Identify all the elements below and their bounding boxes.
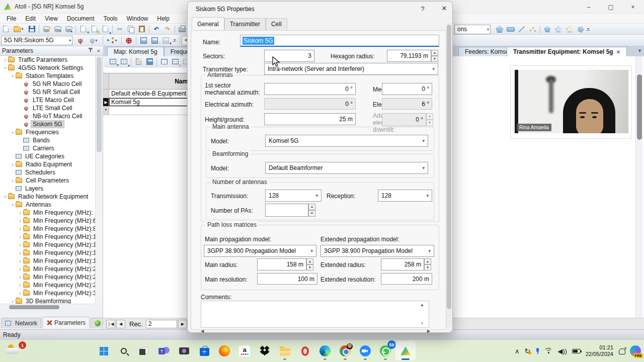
import-settings-icon[interactable]: ⚙ [89, 25, 99, 34]
battery-icon[interactable] [572, 349, 581, 353]
tree-item[interactable]: Min Frequency (MHz):2.010 [0, 265, 95, 273]
tree-vertical-scrollbar[interactable] [96, 56, 103, 304]
record-number-input[interactable]: 2 [146, 320, 177, 328]
ext-radius-input[interactable]: 258 m [381, 258, 424, 270]
copy-icon[interactable] [126, 25, 136, 34]
tree-expander[interactable] [17, 258, 23, 264]
comments-scroll-arrows[interactable]: ▲▼ [420, 303, 424, 326]
table-import-icon[interactable]: ▾ [108, 57, 118, 66]
copilot-icon[interactable]: PRE [630, 345, 641, 356]
tree-item[interactable]: Station Templates [0, 72, 95, 80]
microphone-icon[interactable] [535, 348, 539, 354]
undo-icon[interactable]: ↶ [151, 25, 162, 34]
draw-points-icon[interactable] [528, 25, 538, 34]
menu-item[interactable]: View [40, 14, 62, 23]
mech-downtilt-input[interactable]: 0 ° [382, 83, 432, 95]
menu-item[interactable]: Document [62, 14, 99, 23]
azimuth-input[interactable]: 0 ° [264, 83, 356, 95]
calculate-icon[interactable] [138, 36, 148, 45]
print-icon[interactable] [177, 25, 187, 34]
pas-input[interactable] [265, 204, 308, 217]
dock-tab-network[interactable]: Network [1, 318, 41, 328]
tree-expander[interactable] [10, 202, 16, 208]
stop-calculation-icon[interactable]: ▾ [160, 36, 171, 45]
menu-item[interactable]: Window [122, 14, 153, 23]
maximize-button[interactable]: ▢ [600, 0, 622, 14]
tree-item[interactable]: Min Frequency (MHz):3.500 [0, 289, 95, 297]
tree-item[interactable]: Min Frequency (MHz):1.880 [0, 249, 95, 257]
tree-expander[interactable] [10, 129, 16, 135]
ext-resolution-input[interactable]: 200 m [381, 273, 432, 285]
file-explorer-icon[interactable] [275, 341, 295, 360]
tree-expander[interactable] [2, 57, 8, 63]
tree-expander[interactable] [10, 299, 16, 304]
cut-icon[interactable]: ✂ [115, 25, 125, 34]
transmission-select[interactable]: 128 [265, 190, 321, 202]
tree-expander[interactable] [3, 65, 8, 71]
whatsapp-icon[interactable]: 59 [375, 341, 395, 360]
tree-expander[interactable] [17, 275, 23, 280]
atoll-taskbar-icon[interactable] [395, 341, 416, 360]
pane-vertical-scrollbar[interactable] [635, 56, 642, 318]
main-antenna-model-select[interactable]: Komsel 5G [265, 135, 428, 147]
search-button[interactable] [114, 341, 134, 360]
zone-intersect-icon[interactable] [553, 25, 564, 34]
draw-rectangle-icon[interactable] [506, 25, 516, 34]
tree-item[interactable]: Min Frequency (MHz):2.555 [0, 273, 95, 281]
sectors-input[interactable]: 3 [264, 50, 314, 62]
row-selector-current[interactable]: ▶ [103, 98, 109, 106]
table-find-icon[interactable]: ○ [170, 57, 180, 66]
main-radius-spinner[interactable]: ▲▼ [306, 258, 313, 270]
tree-item[interactable]: NB-IoT Macro Cell [0, 112, 95, 120]
task-view-button[interactable] [134, 341, 154, 360]
force-calculate-icon[interactable]: ! [149, 36, 159, 45]
reception-select[interactable]: 128 [378, 190, 432, 202]
edge-icon[interactable] [315, 341, 335, 360]
tree-expander[interactable] [17, 291, 23, 296]
camera-icon[interactable] [174, 341, 194, 360]
zone-subtract-icon[interactable] [565, 25, 575, 34]
tree-item[interactable]: LTE Macro Cell [0, 96, 95, 104]
zone-union-icon[interactable] [542, 25, 552, 34]
previous-record-button[interactable]: ◀ [116, 320, 125, 328]
tab-overflow-icon[interactable]: ▼ [637, 48, 642, 53]
draw-line-icon[interactable] [517, 25, 527, 34]
save-icon[interactable] [27, 25, 37, 34]
station-template-combo[interactable]: 5G NR:Siskom 5G▾ [1, 36, 72, 45]
ext-radius-spinner[interactable]: ▲▼ [424, 258, 431, 270]
import-document-icon[interactable]: ▾ [78, 25, 88, 34]
zones-combo[interactable]: ons▾ [454, 25, 491, 34]
tree-item[interactable]: Carriers [0, 144, 95, 152]
database-import-icon[interactable]: ▾ [52, 25, 62, 34]
tree-item[interactable]: Layers [0, 185, 95, 193]
tree-item[interactable]: 5G NR Macro Cell [0, 80, 95, 88]
network-links-icon[interactable]: ▾ [105, 36, 119, 45]
tree-expander[interactable] [10, 73, 16, 79]
dialog-vertical-scrollbar[interactable] [446, 23, 452, 327]
tree-item[interactable]: 3D Beamforming [0, 297, 95, 304]
menu-item[interactable]: Help [152, 14, 174, 23]
tree-horizontal-scrollbar[interactable] [0, 304, 96, 310]
first-record-button[interactable]: ❘◀ [106, 320, 115, 328]
tree-expander[interactable] [17, 250, 23, 256]
table-export-icon[interactable]: ▴ [119, 57, 129, 66]
tree-item[interactable]: Schedulers [0, 168, 95, 176]
dialog-tab-general[interactable]: General [192, 17, 224, 30]
tab-close-icon[interactable]: ✕ [616, 49, 620, 55]
opera-icon[interactable] [295, 341, 315, 360]
open-document-icon[interactable]: ▾ [12, 25, 26, 34]
firefox-icon[interactable] [214, 341, 234, 360]
tree-item[interactable]: LTE Small Cell [0, 104, 95, 112]
draw-polygon-icon[interactable] [495, 25, 505, 34]
tray-chevron-icon[interactable]: ∧ [515, 347, 520, 355]
tree-item[interactable]: 5G NR Small Cell [0, 88, 95, 96]
tree-item[interactable]: Antennas [0, 201, 95, 209]
tab-transmitter-equipment[interactable]: Transmitter Equipment: Komsel 5g✕ [507, 47, 627, 56]
tree-expander[interactable] [17, 283, 23, 288]
export-document-icon[interactable]: ▴ [100, 25, 110, 34]
row-selector[interactable] [103, 89, 109, 98]
next-record-button[interactable]: ▶ [178, 320, 187, 328]
tree-item[interactable]: Min Frequency (MHz):1.920 [0, 257, 95, 265]
zoom-icon[interactable] [355, 341, 375, 360]
name-input[interactable]: Siskom 5G [240, 35, 439, 47]
